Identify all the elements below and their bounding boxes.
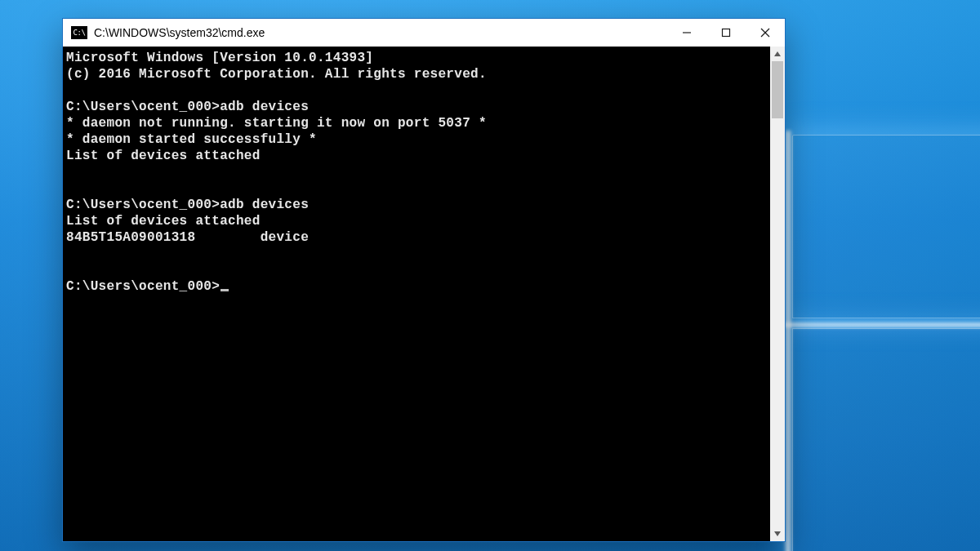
window-controls xyxy=(667,19,785,47)
svg-rect-1 xyxy=(723,29,730,37)
terminal-output[interactable]: Microsoft Windows [Version 10.0.14393] (… xyxy=(63,47,770,541)
svg-marker-5 xyxy=(774,531,781,536)
scrollbar-track[interactable] xyxy=(770,61,785,527)
svg-marker-4 xyxy=(774,51,781,56)
window-client-area: Microsoft Windows [Version 10.0.14393] (… xyxy=(63,47,785,541)
cmd-icon xyxy=(71,26,87,39)
desktop-window-pane xyxy=(792,135,980,318)
desktop-window-pane xyxy=(792,328,980,551)
desktop-glow-horizontal xyxy=(784,322,980,328)
vertical-scrollbar[interactable] xyxy=(770,47,785,541)
scroll-down-button[interactable] xyxy=(770,527,785,541)
cmd-window: C:\WINDOWS\system32\cmd.exe Microsoft Wi… xyxy=(62,18,786,542)
titlebar[interactable]: C:\WINDOWS\system32\cmd.exe xyxy=(63,19,785,47)
window-title: C:\WINDOWS\system32\cmd.exe xyxy=(94,26,667,39)
close-button[interactable] xyxy=(746,19,785,47)
maximize-button[interactable] xyxy=(706,19,746,47)
desktop-background: C:\WINDOWS\system32\cmd.exe Microsoft Wi… xyxy=(0,0,980,551)
scroll-up-button[interactable] xyxy=(770,47,785,61)
scrollbar-thumb[interactable] xyxy=(772,61,783,118)
text-cursor xyxy=(220,289,229,291)
minimize-button[interactable] xyxy=(667,19,706,47)
